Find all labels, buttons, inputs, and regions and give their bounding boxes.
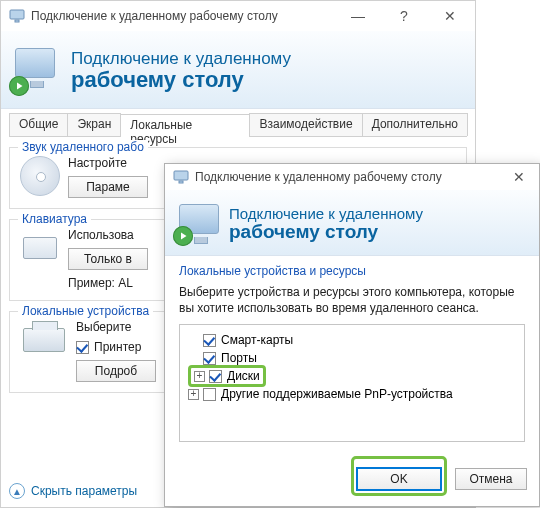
tree-item-pnp[interactable]: + Другие поддерживаемые PnP-устройства bbox=[188, 385, 516, 403]
expand-icon[interactable]: + bbox=[194, 371, 205, 382]
checkbox-icon bbox=[203, 388, 216, 401]
tab-local-resources[interactable]: Локальные ресурсы bbox=[120, 114, 250, 137]
group-keyboard-legend: Клавиатура bbox=[18, 212, 91, 226]
expand-icon[interactable]: + bbox=[188, 389, 199, 400]
banner-line2: рабочему столу bbox=[71, 69, 291, 91]
svg-rect-1 bbox=[15, 20, 19, 22]
hide-options-label: Скрыть параметры bbox=[31, 484, 137, 498]
tab-display[interactable]: Экран bbox=[67, 113, 121, 136]
dialog-description: Выберите устройства и ресурсы этого комп… bbox=[179, 284, 525, 316]
checkbox-icon bbox=[203, 334, 216, 347]
audio-settings-button[interactable]: Параме bbox=[68, 176, 148, 198]
svg-rect-2 bbox=[174, 171, 188, 180]
svg-rect-0 bbox=[10, 10, 24, 19]
tree-item-drives[interactable]: + Диски bbox=[188, 367, 516, 385]
dialog-titlebar: Подключение к удаленному рабочему столу … bbox=[165, 164, 539, 190]
rdc-banner-icon bbox=[175, 202, 217, 244]
hide-options-link[interactable]: ▲ Скрыть параметры bbox=[9, 483, 137, 499]
svg-rect-3 bbox=[179, 181, 183, 183]
tree-label: Порты bbox=[221, 351, 257, 365]
checkbox-icon bbox=[209, 370, 222, 383]
dialog-title: Подключение к удаленному рабочему столу bbox=[195, 170, 501, 184]
tree-item-smartcards[interactable]: Смарт-карты bbox=[188, 331, 516, 349]
dialog-close-button[interactable]: ✕ bbox=[501, 164, 537, 190]
rdc-icon bbox=[173, 169, 189, 185]
devices-more-button[interactable]: Подроб bbox=[76, 360, 156, 382]
dialog-banner-line1: Подключение к удаленному bbox=[229, 205, 423, 222]
banner-line1: Подключение к удаленному bbox=[71, 49, 291, 69]
close-button[interactable]: ✕ bbox=[427, 1, 473, 31]
rdc-devices-dialog: Подключение к удаленному рабочему столу … bbox=[164, 163, 540, 507]
help-button[interactable]: ? bbox=[381, 1, 427, 31]
tab-experience[interactable]: Взаимодействие bbox=[249, 113, 362, 136]
highlight-drives: + Диски bbox=[188, 365, 266, 387]
banner: Подключение к удаленному рабочему столу bbox=[1, 31, 475, 109]
chevron-up-icon: ▲ bbox=[9, 483, 25, 499]
highlight-ok: OK bbox=[351, 456, 447, 496]
tree-label: Другие поддерживаемые PnP-устройства bbox=[221, 387, 453, 401]
device-tree[interactable]: Смарт-карты Порты + Диски + Другие подде… bbox=[179, 324, 525, 442]
tab-general[interactable]: Общие bbox=[9, 113, 68, 136]
tree-label: Диски bbox=[227, 369, 260, 383]
dialog-banner-line2: рабочему столу bbox=[229, 222, 423, 241]
group-devices-legend: Локальные устройства bbox=[18, 304, 153, 318]
keyboard-combo[interactable]: Только в bbox=[68, 248, 148, 270]
titlebar: Подключение к удаленному рабочему столу … bbox=[1, 1, 475, 31]
keyboard-icon bbox=[20, 228, 60, 268]
ok-button[interactable]: OK bbox=[356, 467, 442, 491]
tab-advanced[interactable]: Дополнительно bbox=[362, 113, 468, 136]
checkbox-icon bbox=[203, 352, 216, 365]
printers-label: Принтер bbox=[94, 340, 141, 354]
printer-icon bbox=[20, 320, 68, 360]
window-title: Подключение к удаленному рабочему столу bbox=[31, 9, 335, 23]
rdc-icon bbox=[9, 8, 25, 24]
tabs: Общие Экран Локальные ресурсы Взаимодейс… bbox=[9, 113, 467, 137]
checkbox-icon bbox=[76, 341, 89, 354]
minimize-button[interactable]: — bbox=[335, 1, 381, 31]
dialog-banner: Подключение к удаленному рабочему столу bbox=[165, 190, 539, 256]
disc-icon bbox=[20, 156, 60, 196]
tree-label: Смарт-карты bbox=[221, 333, 293, 347]
rdc-banner-icon bbox=[11, 46, 59, 94]
dialog-section-legend: Локальные устройства и ресурсы bbox=[179, 264, 525, 278]
cancel-button[interactable]: Отмена bbox=[455, 468, 527, 490]
group-audio-legend: Звук удаленного рабо bbox=[18, 140, 148, 154]
